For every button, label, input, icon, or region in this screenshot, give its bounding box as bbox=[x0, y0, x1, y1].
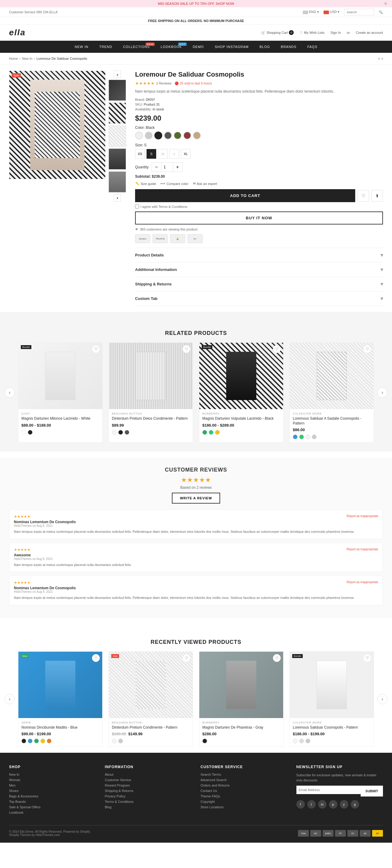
size-m[interactable]: M bbox=[158, 149, 168, 159]
color-yellow[interactable] bbox=[215, 430, 220, 435]
next-product-arrow[interactable]: › bbox=[382, 56, 383, 61]
language-selector[interactable]: ENG ▾ bbox=[303, 10, 319, 14]
newsletter-submit-button[interactable]: SUBMIT bbox=[361, 786, 383, 797]
footer-link-lookbook[interactable]: Lookbook bbox=[9, 811, 96, 814]
footer-link-men[interactable]: Men bbox=[9, 783, 96, 787]
newsletter-email-input[interactable] bbox=[296, 786, 361, 794]
related-wishlist-4[interactable]: ♡ bbox=[363, 345, 371, 353]
color-blue[interactable] bbox=[293, 434, 298, 439]
swatch-dark-gray[interactable] bbox=[164, 131, 172, 140]
nav-item-collections[interactable]: COLLECTIONS new bbox=[118, 41, 155, 53]
review-1-report[interactable]: Report as inappropriate bbox=[347, 515, 378, 518]
color-swatch-light[interactable] bbox=[112, 430, 117, 435]
thumbnail-3[interactable] bbox=[108, 125, 126, 147]
swatch-black[interactable] bbox=[154, 131, 162, 140]
footer-link-orders[interactable]: Orders and Returns bbox=[200, 783, 287, 787]
color-light-green[interactable] bbox=[209, 430, 214, 435]
wishlist-button[interactable]: ♡ bbox=[358, 190, 369, 202]
terms-checkbox[interactable] bbox=[135, 205, 139, 209]
color-swatch-black[interactable] bbox=[28, 430, 33, 435]
write-review-button[interactable]: WRITE A REVIEW bbox=[172, 493, 220, 503]
quantity-decrease[interactable]: − bbox=[152, 163, 161, 172]
pinterest-icon[interactable]: p bbox=[329, 800, 337, 809]
search-input[interactable] bbox=[344, 9, 374, 16]
review-3-report[interactable]: Report as inappropriate bbox=[347, 581, 378, 584]
share-button[interactable]: ⬆ bbox=[371, 190, 383, 202]
accordion-shipping-header[interactable]: Shipping & Returns ▾ bbox=[135, 277, 383, 291]
nav-item-faqs[interactable]: FAQS bbox=[302, 41, 323, 53]
thumbnail-2[interactable] bbox=[108, 102, 126, 124]
add-to-cart-button[interactable]: ADD TO CART bbox=[135, 189, 355, 202]
footer-link-privacy[interactable]: Privacy Policy bbox=[105, 795, 192, 798]
compare-color[interactable]: ⟺ Compare color bbox=[160, 182, 188, 186]
nav-item-shop-instagram[interactable]: SHOP INSTAGRAM bbox=[209, 41, 254, 53]
color-swatch-white[interactable] bbox=[22, 430, 26, 435]
footer-link-search-terms[interactable]: Search Terms bbox=[200, 773, 287, 776]
related-wishlist-2[interactable]: ♡ bbox=[183, 345, 190, 353]
footer-link-customer-service[interactable]: Customer Service bbox=[105, 778, 192, 782]
nav-item-lookbook[interactable]: LOOKBOOK hot bbox=[155, 41, 187, 53]
breadcrumb-new-in[interactable]: New In bbox=[22, 57, 32, 60]
size-xs[interactable]: XS bbox=[135, 149, 145, 159]
swatch-tan[interactable] bbox=[193, 131, 201, 140]
accordion-additional-info-header[interactable]: Additional Information ▾ bbox=[135, 262, 383, 277]
nav-item-demo[interactable]: DEMO bbox=[187, 41, 209, 53]
footer-link-brands[interactable]: Top Brands bbox=[9, 800, 96, 803]
nav-item-trend[interactable]: TREND bbox=[94, 41, 118, 53]
color-green[interactable] bbox=[202, 430, 207, 435]
swatch-white[interactable] bbox=[135, 131, 143, 140]
size-s[interactable]: S bbox=[146, 149, 156, 159]
breadcrumb-home[interactable]: Home bbox=[9, 57, 18, 60]
color-teal[interactable] bbox=[299, 434, 304, 439]
thumb-down-arrow[interactable]: ▾ bbox=[114, 194, 121, 202]
recent-wishlist-1[interactable]: ♡ bbox=[92, 654, 100, 662]
youtube-icon[interactable]: y bbox=[340, 800, 348, 809]
recent-wishlist-4[interactable]: ♡ bbox=[363, 654, 371, 662]
quantity-increase[interactable]: + bbox=[173, 163, 182, 172]
create-account-link[interactable]: Create an account bbox=[356, 31, 383, 34]
size-l[interactable]: L bbox=[169, 149, 179, 159]
footer-link-woman[interactable]: Woman bbox=[9, 778, 96, 782]
footer-link-sale[interactable]: Sale & Special Offers bbox=[9, 805, 96, 809]
nav-item-new-in[interactable]: NEW IN bbox=[69, 41, 94, 53]
footer-link-store-locations[interactable]: Store Locations bbox=[200, 805, 287, 809]
size-xl[interactable]: XL bbox=[181, 149, 191, 159]
footer-link-about[interactable]: About bbox=[105, 773, 192, 776]
footer-link-shoes[interactable]: Shoes bbox=[9, 789, 96, 793]
swatch-light-gray[interactable] bbox=[145, 131, 153, 140]
prev-product-arrow[interactable]: ‹ bbox=[378, 56, 380, 61]
review-2-report[interactable]: Report as inappropriate bbox=[347, 548, 378, 551]
footer-link-blog[interactable]: Blog bbox=[105, 805, 192, 809]
wishlist-icon[interactable]: ♡ My Wish Lists bbox=[300, 31, 324, 35]
color-silver[interactable] bbox=[312, 434, 317, 439]
review-count[interactable]: 2 Reviews bbox=[156, 82, 171, 85]
facebook-icon[interactable]: f bbox=[296, 800, 305, 809]
footer-link-shipping[interactable]: Shipping & Returns bbox=[105, 789, 192, 793]
related-wishlist-3[interactable]: ♡ bbox=[273, 345, 281, 353]
footer-link-terms[interactable]: Terms & Conditions bbox=[105, 800, 192, 803]
buy-now-button[interactable]: BUY IT NOW bbox=[135, 212, 383, 224]
color-swatch-gray[interactable] bbox=[125, 430, 129, 435]
currency-selector[interactable]: USD ▾ bbox=[324, 10, 339, 14]
quantity-input[interactable] bbox=[161, 163, 173, 172]
footer-link-theme-faq[interactable]: Theme FAQs bbox=[200, 795, 287, 798]
size-guide[interactable]: 📏 Size guide bbox=[135, 182, 156, 186]
footer-link-bags[interactable]: Bags & Accessories bbox=[9, 795, 96, 798]
announcement-close[interactable]: ✕ bbox=[384, 1, 388, 6]
footer-link-reward[interactable]: Reward Program bbox=[105, 783, 192, 787]
recent-prev-btn[interactable]: ‹ bbox=[4, 694, 15, 704]
related-next-btn[interactable]: › bbox=[377, 388, 388, 398]
footer-link-contact[interactable]: Contact Us bbox=[200, 789, 287, 793]
thumbnail-4[interactable] bbox=[108, 149, 126, 169]
thumbnail-1[interactable] bbox=[108, 80, 126, 101]
footer-link-new-in[interactable]: New In bbox=[9, 773, 96, 776]
cart-icon[interactable]: 🛒 Shopping Cart 0 bbox=[261, 30, 294, 35]
nav-item-brands[interactable]: BRANDS bbox=[275, 41, 302, 53]
ask-expert[interactable]: ✉ Ask an expert bbox=[193, 182, 217, 186]
instagram-icon[interactable]: in bbox=[318, 800, 327, 809]
recent-wishlist-2[interactable]: ♡ bbox=[183, 654, 190, 662]
sign-in-link[interactable]: Sign In bbox=[330, 31, 341, 34]
related-prev-btn[interactable]: ‹ bbox=[4, 388, 15, 398]
color-white[interactable] bbox=[305, 434, 310, 439]
google-icon[interactable]: g bbox=[351, 800, 359, 809]
